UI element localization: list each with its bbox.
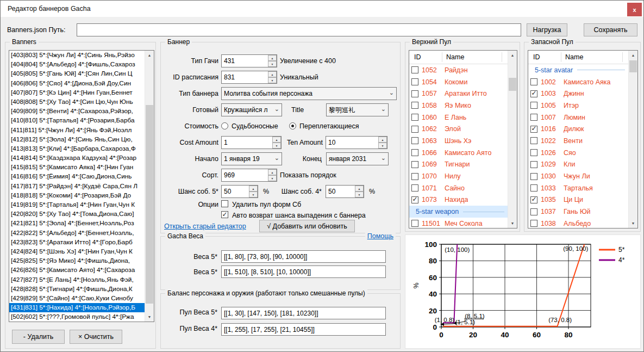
close-button[interactable]: x (627, 3, 642, 16)
spin-buttons-icon[interactable]: ▲▼ (268, 169, 277, 181)
banner-list-item[interactable]: [419|819] 5*:[Тарталья] 4*:[Нин Гуан,Чун… (9, 200, 145, 209)
banner-list-item[interactable]: [405|805] 5*:[Гань Юй] 4*:[Сян Лин,Син Ц (9, 69, 145, 78)
banner-type-dropdown[interactable]: Молитва события персонажа ⌄ (221, 87, 397, 100)
spin-buttons-icon[interactable]: ▲▼ (249, 186, 258, 197)
scroll-down-icon[interactable]: ▼ (629, 219, 637, 228)
pool-row-checkbox[interactable] (411, 78, 418, 85)
upper-pool-table[interactable]: ID Name 1052Райдэн1054Кокоми1057Аратаки … (409, 50, 517, 229)
pool-row-checkbox[interactable] (411, 102, 418, 109)
cost-amount-spinner[interactable]: 1 ▲▼ (221, 136, 282, 149)
pool-row-checkbox[interactable] (530, 208, 537, 215)
pool-row-checkbox[interactable] (530, 102, 537, 109)
scroll-up-icon[interactable]: ▲ (145, 51, 154, 60)
add-update-button[interactable]: √ Добавить или обновить (259, 220, 355, 232)
banner-list-item[interactable]: [404|804] 5*:[Альбедо] 4*:[Фишль,Сахароз (9, 60, 145, 69)
banner-list-item[interactable]: [403|803] 5*:[Чжун Ли] 4*:[Синь Янь,Рэйз… (9, 51, 145, 60)
pool5-input[interactable]: [[1, 30], [147, 150], [181, 10230]] (221, 307, 386, 319)
banner-list-item[interactable]: [415|815] 5*:[Камисато Аяка] 4*:[Нин Гуа… (9, 163, 145, 172)
prefab-dropdown[interactable]: Кружащийся л ⌄ (221, 103, 282, 116)
banner-list-item[interactable]: [428|828] 5*:[Тигнари] 4*:[Фишль,Диона,К (9, 285, 145, 294)
pool-row-checkbox[interactable] (530, 173, 537, 180)
banner-list-item[interactable]: [414|814] 5*:[Каэдэхара Кадзуха] 4*:[Роз… (9, 153, 145, 163)
weights5a-input[interactable]: [[1, 80], [73, 80], [90, 10000]] (221, 250, 386, 263)
pool-row-checkbox[interactable] (530, 114, 537, 121)
banner-list-item[interactable]: [412|812] 5*:[Эола] 4*:[Синь Янь,Син Цю, (9, 135, 145, 144)
spin-buttons-icon[interactable]: ▲▼ (272, 137, 281, 149)
pool-row-checkbox[interactable] (411, 137, 418, 144)
delete-banner-button[interactable]: - Удалить (12, 330, 65, 344)
banner-list[interactable]: ▲ ▼ [403|803] 5*:[Чжун Ли] 4*:[Синь Янь,… (9, 50, 154, 322)
path-input[interactable] (77, 23, 521, 36)
ten-amount-spinner[interactable]: 10 ▲▼ (326, 136, 387, 149)
pool-row-checkbox[interactable] (530, 149, 537, 156)
banner-list-item[interactable]: [424|824] 5*:[Шэнь Хэ] 4*:[Нин Гуан,Чун … (9, 247, 145, 256)
pool-row-checkbox[interactable] (411, 66, 418, 73)
pool-row-checkbox[interactable] (530, 78, 537, 85)
sort-spinner[interactable]: 969 ▲▼ (221, 169, 277, 182)
title-dropdown[interactable]: 黎明巡礼 ⌄ (326, 103, 389, 116)
upper-pool-scrollbar[interactable]: ▲ ▼ (508, 51, 517, 228)
pool-row-checkbox[interactable] (530, 137, 537, 144)
pool-row-checkbox[interactable] (530, 220, 537, 227)
pool-row-checkbox[interactable] (411, 184, 418, 192)
pool-row-checkbox[interactable] (411, 161, 418, 168)
scroll-up-icon[interactable]: ▲ (508, 51, 517, 60)
banner-list-item[interactable]: [410|810] 5*:[Тарталья] 4*:[Розария,Барб… (9, 116, 145, 125)
banner-list-item[interactable]: [407|807] 5*:[Кэ Цин] 4*:[Нин Гуан,Бенне… (9, 88, 145, 97)
end-date-dropdown[interactable]: января 2031 ⌄ (326, 152, 389, 165)
cost-radio-intertwined[interactable] (289, 122, 296, 129)
clear-banners-button[interactable]: × Очистить (70, 330, 122, 344)
pool-row-checkbox[interactable] (411, 173, 418, 180)
reserve-pool-table[interactable]: ID Name 5-star avatar1002Камисато Аяка10… (528, 50, 638, 229)
banner-list-item[interactable]: [409|809] 5*:[Венти] 4*:[Сахароза,Рэйзор… (9, 107, 145, 116)
banner-list-item[interactable]: [406|806] 5*:[Сяо] 4*:[Диона,Бэй Доу,Син (9, 79, 145, 88)
pool-row-checkbox[interactable] (411, 114, 418, 121)
pool-row-checkbox[interactable] (411, 90, 418, 97)
scroll-down-icon[interactable]: ▼ (145, 312, 154, 322)
banner-list-item[interactable]: [411|811] 5*:[Чжун Ли] 4*:[Янь Фэй,Ноэлл (9, 126, 145, 135)
auto-return-checkbox[interactable] (221, 211, 228, 218)
reserve-pool-scrollbar[interactable]: ▲ ▼ (628, 51, 637, 228)
begin-date-dropdown[interactable]: 1 января 19 ⌄ (221, 152, 282, 165)
pool-row-checkbox[interactable] (530, 184, 537, 192)
scroll-up-icon[interactable]: ▲ (629, 51, 637, 60)
scroll-down-icon[interactable]: ▼ (508, 219, 517, 228)
pool-row-checkbox[interactable] (411, 149, 418, 156)
banner-list-item[interactable]: [408|808] 5*:[Ху Тао] 4*:[Син Цю,Чун Юнь (9, 97, 145, 107)
pool4-input[interactable]: [[1, 255], [17, 255], [21, 10455]] (221, 323, 386, 336)
schedule-id-spinner[interactable]: 831 ▲▼ (221, 71, 277, 84)
cost-radio-fate[interactable] (221, 122, 228, 129)
spin-buttons-icon[interactable]: ▲▼ (378, 137, 387, 149)
remove-pool-checkbox[interactable] (221, 200, 228, 207)
banner-list-item[interactable]: [421|821] 5*:[Эола] 4*:[Беннет,Ноэлль,Ро… (9, 219, 145, 228)
spin-buttons-icon[interactable]: ▲▼ (268, 71, 277, 83)
banner-list-item[interactable]: [431|831] 5*:[Нахида] 4*:[Ноэлль,Рэйзор,… (9, 303, 145, 312)
pool-row-checkbox[interactable] (411, 196, 418, 203)
save-button[interactable]: Сохранять (584, 23, 637, 36)
pool-row-checkbox[interactable] (530, 161, 537, 168)
chance4-spinner[interactable]: 50 ▲▼ (326, 185, 364, 198)
pool-row-checkbox[interactable] (411, 220, 418, 227)
banner-list-scrollbar[interactable]: ▲ ▼ (145, 51, 154, 322)
scrollbar-thumb[interactable] (629, 60, 637, 72)
pool-row-checkbox[interactable] (411, 126, 418, 133)
banner-list-item[interactable]: [425|825] 5*:[Яэ Мико] 4*:[Фишль,Диона, (9, 256, 145, 265)
banner-list-item[interactable]: [423|823] 5*:[Аратаки Итто] 4*:[Горо,Бар… (9, 238, 145, 247)
banner-list-item[interactable]: [420|820] 5*:[Ху Тао] 4*:[Тома,Диона,Саю… (9, 209, 145, 219)
pool-row-checkbox[interactable] (530, 90, 537, 97)
banner-list-item[interactable]: [502|602] 5*:[???,Громовой пульс] 4*:[Рж… (9, 312, 145, 322)
banner-list-item[interactable]: [426|826] 5*:[Камисато Аято] 4*:[Сахароз… (9, 265, 145, 275)
banner-list-item[interactable]: [427|827] 5*:[Е Лань] 4*:[Ноэлль,Янь Фэй… (9, 275, 145, 285)
spin-buttons-icon[interactable]: ▲▼ (268, 55, 277, 67)
scrollbar-thumb[interactable] (509, 78, 516, 91)
banner-list-item[interactable]: [413|813] 5*:[Кли] 4*:[Барбара,Сахароза,… (9, 144, 145, 153)
banner-list-item[interactable]: [429|829] 5*:[Сайно] 4*:[Саю,Куки Синобу (9, 294, 145, 303)
load-button[interactable]: Нагрузка (527, 23, 567, 36)
pool-row-checkbox[interactable] (530, 126, 537, 133)
banner-list-item[interactable]: [416|816] 5*:[Ёимия] 4*:[Саю,Диона,Синь (9, 172, 145, 181)
open-old-editor-link[interactable]: Открыть старый редактор (164, 223, 246, 230)
spin-buttons-icon[interactable]: ▲▼ (355, 186, 364, 197)
pool-row-checkbox[interactable] (530, 196, 537, 203)
help-link[interactable]: Помощь (365, 232, 396, 240)
banner-list-item[interactable]: [417|817] 5*:[Райдэн] 4*:[Кудзё Сара,Сян… (9, 182, 145, 191)
